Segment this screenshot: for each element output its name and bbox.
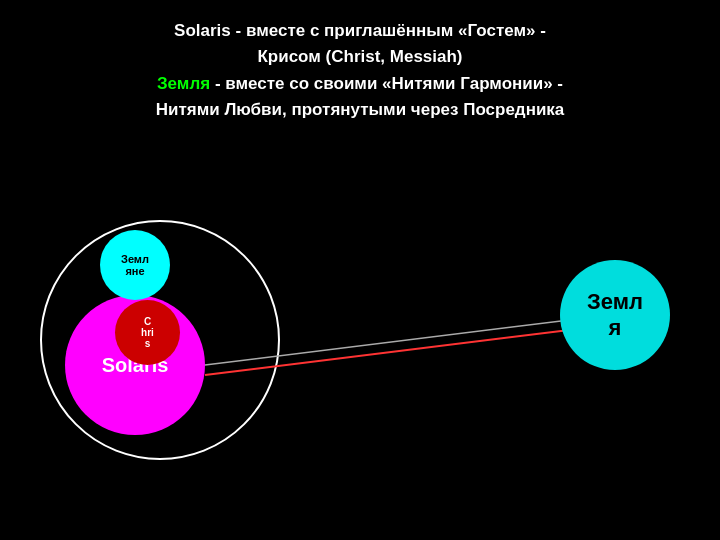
solaris-label: Solaris <box>174 21 231 40</box>
line1: Solaris - вместе с приглашённым «Гостем»… <box>30 18 690 44</box>
line1-text: - вместе с приглашённым «Гостем» - <box>231 21 546 40</box>
line3: Земля - вместе со своими «Нитями Гармони… <box>30 71 690 97</box>
line3-text: - вместе со своими «Нитями Гармонии» - <box>210 74 563 93</box>
christ-circle: Chris <box>115 300 180 365</box>
description-text: Solaris - вместе с приглашённым «Гостем»… <box>30 18 690 123</box>
zemlane-circle: Земляне <box>100 230 170 300</box>
line2: Крисом (Christ, Messiah) <box>30 44 690 70</box>
diagram: Земляне Solaris Chris Земля <box>0 200 720 540</box>
line4: Нитями Любви, протянутыми через Посредни… <box>30 97 690 123</box>
earth-circle: Земля <box>560 260 670 370</box>
zemlya-label: Земля <box>157 74 210 93</box>
